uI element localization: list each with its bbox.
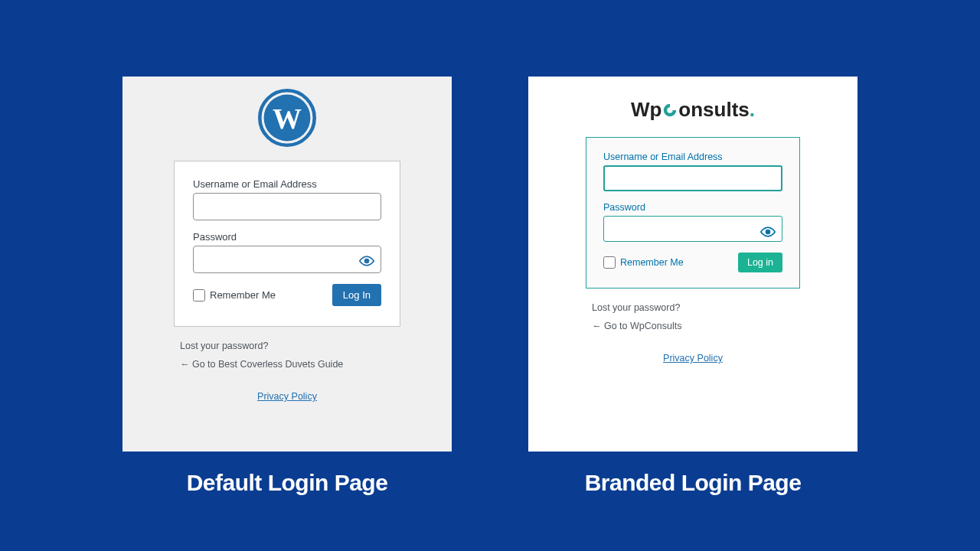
logo-dot: . [750, 98, 755, 121]
logo-wp-text: Wp [631, 98, 662, 121]
remember-me-wrap[interactable]: Remember Me [193, 289, 276, 302]
branded-login-column: Wponsults. Username or Email Address Pas… [528, 77, 858, 496]
username-field-wrap: Username or Email Address [603, 152, 782, 191]
form-footer: Remember Me Log In [193, 284, 381, 306]
wordpress-logo-icon: W [258, 89, 316, 147]
lost-password-link[interactable]: Lost your password? [592, 302, 794, 313]
goto-site-link[interactable]: ← Go to Best Coverless Duvets Guide [180, 359, 394, 370]
lost-password-link[interactable]: Lost your password? [180, 341, 394, 351]
svg-point-4 [766, 230, 770, 234]
goto-site-link[interactable]: ← Go to WpConsults [592, 321, 794, 331]
login-button[interactable]: Log In [332, 284, 381, 306]
remember-me-checkbox[interactable] [193, 289, 205, 302]
login-form: Username or Email Address Password Remem… [586, 137, 800, 289]
password-label: Password [603, 202, 782, 213]
password-input[interactable] [603, 216, 782, 242]
login-button[interactable]: Log in [738, 253, 782, 272]
default-login-panel: W Username or Email Address Password [122, 77, 452, 452]
below-form-links: Lost your password? ← Go to Best Coverle… [174, 341, 400, 402]
privacy-policy-link[interactable]: Privacy Policy [592, 353, 794, 364]
show-password-icon[interactable] [760, 223, 776, 240]
remember-me-checkbox[interactable] [603, 256, 616, 269]
remember-me-label: Remember Me [210, 289, 276, 301]
svg-point-3 [365, 259, 369, 263]
remember-me-wrap[interactable]: Remember Me [603, 256, 684, 269]
password-label: Password [193, 231, 381, 243]
password-field-wrap: Password [603, 202, 782, 242]
privacy-policy-link[interactable]: Privacy Policy [180, 391, 394, 402]
login-form: Username or Email Address Password Remem… [174, 161, 400, 327]
wpconsults-logo: Wponsults. [528, 98, 858, 122]
username-label: Username or Email Address [193, 178, 381, 190]
remember-me-label: Remember Me [620, 257, 684, 268]
show-password-icon[interactable] [358, 253, 375, 269]
default-login-column: W Username or Email Address Password [122, 77, 452, 496]
username-field-wrap: Username or Email Address [193, 178, 381, 220]
username-input[interactable] [603, 165, 782, 191]
below-form-links: Lost your password? ← Go to WpConsults P… [586, 302, 800, 364]
form-footer: Remember Me Log in [603, 253, 782, 272]
svg-text:W: W [273, 103, 302, 135]
branded-login-panel: Wponsults. Username or Email Address Pas… [528, 77, 858, 452]
username-label: Username or Email Address [603, 152, 782, 162]
password-input[interactable] [193, 246, 381, 273]
username-input[interactable] [193, 193, 381, 220]
default-caption: Default Login Page [187, 470, 388, 496]
logo-onsults-text: onsults [678, 98, 749, 121]
password-field-wrap: Password [193, 231, 381, 273]
branded-caption: Branded Login Page [585, 470, 802, 496]
logo-c-icon [662, 100, 678, 117]
